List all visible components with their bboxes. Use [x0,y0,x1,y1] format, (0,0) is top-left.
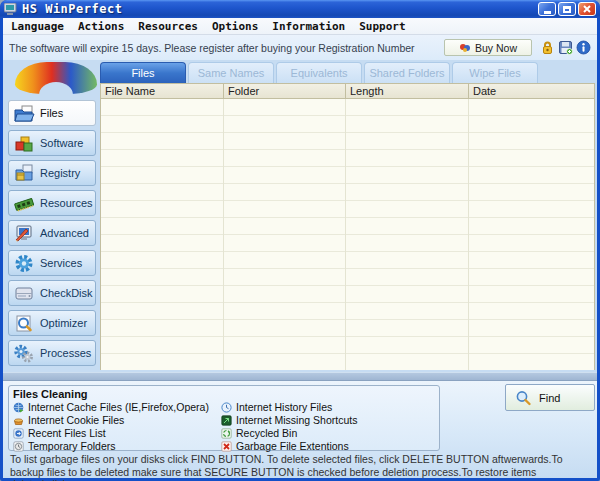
menu-options[interactable]: Options [212,20,258,33]
option-internet-cookie-files[interactable]: Internet Cookie Files [13,414,221,426]
cookie-icon [13,415,24,426]
option-recycled-bin[interactable]: Recycled Bin [221,427,357,439]
option-temporary-folders[interactable]: Temporary Folders [13,440,221,452]
sidebar-label: Software [40,137,83,149]
option-internet-history-files[interactable]: Internet History Files [221,401,357,413]
sidebar-item-registry[interactable]: Registry [8,160,96,186]
sidebar-label: Resources [40,197,93,209]
expiry-notice-text: The software will expire 15 days. Please… [9,42,444,54]
option-label: Internet Cache Files (IE,Firefox,Opera) [28,401,209,413]
title-bar: HS WinPerfect [0,0,600,18]
gear-icon [13,254,35,273]
cart-icon [459,43,471,53]
column-header-file-name[interactable]: File Name [101,84,224,98]
harddisk-icon [13,284,35,303]
recycle-bin-icon [221,428,232,439]
shortcut-arrow-icon [221,415,232,426]
minimize-icon [544,11,551,14]
app-monitor-icon [4,3,18,15]
sidebar-item-software[interactable]: Software [8,130,96,156]
cleaning-options-left: Internet Cache Files (IE,Firefox,Opera) … [13,401,221,452]
sidebar-item-advanced[interactable]: Advanced [8,220,96,246]
buy-now-label: Buy Now [475,42,517,54]
sidebar-label: CheckDisk [40,287,93,299]
monitor-pencil-icon [13,224,35,243]
sidebar-label: Advanced [40,227,89,239]
save-disk-icon[interactable] [558,40,573,55]
option-internet-cache-files[interactable]: Internet Cache Files (IE,Firefox,Opera) [13,401,221,413]
option-label: Temporary Folders [28,440,116,452]
recent-files-icon [13,428,24,439]
option-label: Recycled Bin [236,427,297,439]
sidebar-label: Processes [40,347,91,359]
menu-language[interactable]: Language [11,20,64,33]
tab-shared-folders[interactable]: Shared Folders [364,62,450,83]
files-cleaning-title: Files Cleaning [13,388,435,400]
option-internet-missing-shortcuts[interactable]: Internet Missing Shortcuts [221,414,357,426]
sidebar-label: Optimizer [40,317,87,329]
instructions-text: To list garbage files on your disks clic… [10,453,590,481]
column-header-length[interactable]: Length [346,84,469,98]
rainbow-arc-logo [15,62,97,94]
sidebar-item-checkdisk[interactable]: CheckDisk [8,280,96,306]
tab-same-names[interactable]: Same Names [188,62,274,83]
table-header: File Name Folder Length Date [100,83,595,99]
ram-chip-icon [13,194,35,213]
buy-now-button[interactable]: Buy Now [444,39,532,56]
file-list[interactable] [100,99,595,370]
find-button[interactable]: Find [505,384,595,411]
maximize-icon [563,6,571,13]
registration-notice-bar: The software will expire 15 days. Please… [3,35,597,60]
files-cleaning-groupbox: Files Cleaning Internet Cache Files (IE,… [8,385,440,451]
window-title: HS WinPerfect [22,0,538,18]
column-header-folder[interactable]: Folder [224,84,346,98]
sidebar-item-processes[interactable]: Processes [8,340,96,366]
menu-support[interactable]: Support [359,20,405,33]
magnifier-icon [515,390,532,406]
red-x-icon [221,441,232,452]
tab-files[interactable]: Files [100,62,186,83]
option-garbage-file-extentions[interactable]: Garbage File Extentions [221,440,357,452]
registry-folder-icon [13,164,35,183]
gears-icon [13,344,35,363]
close-icon [583,5,591,13]
menu-resources[interactable]: Resources [138,20,198,33]
history-clock-icon [221,402,232,413]
option-label: Garbage File Extentions [236,440,349,452]
option-recent-files-list[interactable]: Recent Files List [13,427,221,439]
app-window: HS WinPerfect Language Actions Resources… [0,0,600,481]
column-divider [468,99,469,370]
option-label: Internet History Files [236,401,332,413]
sidebar-label: Services [40,257,82,269]
sidebar-item-services[interactable]: Services [8,250,96,276]
menu-actions[interactable]: Actions [78,20,124,33]
folder-icon [13,104,35,123]
column-header-date[interactable]: Date [469,84,594,98]
sidebar-item-optimizer[interactable]: Optimizer [8,310,96,336]
cleaning-options-right: Internet History Files Internet Missing … [221,401,357,452]
column-divider [223,99,224,370]
sidebar-label: Registry [40,167,80,179]
menu-bar: Language Actions Resources Options Infor… [3,18,597,35]
maximize-button[interactable] [558,2,576,16]
tab-equivalents[interactable]: Equivalents [276,62,362,83]
minimize-button[interactable] [538,2,556,16]
notice-icons [540,40,591,55]
close-button[interactable] [578,2,596,16]
software-boxes-icon [13,134,35,153]
sidebar-item-files[interactable]: Files [8,100,96,126]
sidebar-item-resources[interactable]: Resources [8,190,96,216]
tab-wipe-files[interactable]: Wipe Files [452,62,538,83]
main-content: Files Software Registry [3,60,597,372]
menu-information[interactable]: Information [272,20,345,33]
tab-bar: Files Same Names Equivalents Shared Fold… [100,62,538,83]
sidebar-label: Files [40,107,63,119]
lock-icon[interactable] [540,40,555,55]
app-logo [15,62,97,94]
find-label: Find [539,392,560,404]
info-icon[interactable] [576,40,591,55]
bottom-panel: Files Cleaning Internet Cache Files (IE,… [3,381,597,478]
window-controls [538,2,596,16]
column-divider [345,99,346,370]
magnifier-document-icon [13,314,35,333]
